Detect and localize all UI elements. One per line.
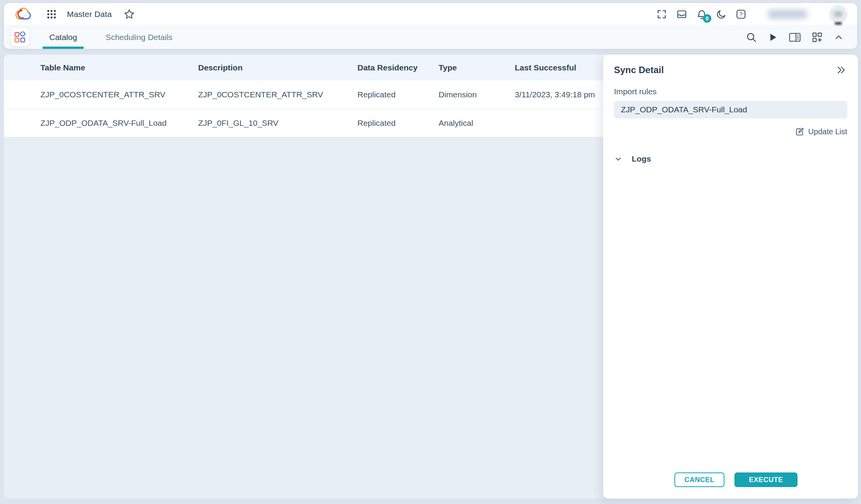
notifications-bell-icon[interactable]: 0	[696, 8, 707, 20]
tab-bar: Catalog Scheduling Details	[48, 25, 173, 49]
cell-description: ZJP_0FI_GL_10_SRV	[198, 118, 357, 128]
avatar-initials-blurred	[834, 11, 843, 17]
tab-scheduling-details[interactable]: Scheduling Details	[105, 25, 173, 49]
add-widget-icon[interactable]	[812, 32, 823, 43]
side-panel-icon[interactable]	[789, 32, 801, 43]
panel-title: Sync Detail	[614, 65, 664, 75]
notification-count-badge: 0	[703, 14, 711, 23]
collapse-up-icon[interactable]	[833, 32, 844, 43]
page-title: Master Data	[67, 10, 112, 19]
chevron-down-icon	[614, 155, 622, 163]
cell-type: Analytical	[439, 118, 515, 128]
import-rules-value: ZJP_ODP_ODATA_SRV-Full_Load	[621, 105, 747, 114]
header-card: Master Data	[4, 3, 857, 48]
sync-detail-panel: Sync Detail Import rules ZJP_ODP_ODATA_S…	[603, 55, 858, 499]
cloud-logo-icon[interactable]	[15, 6, 34, 22]
column-header-data-residency[interactable]: Data Residency	[357, 63, 439, 72]
favorite-star-icon[interactable]	[123, 8, 135, 20]
app-tile-icon[interactable]	[11, 28, 29, 47]
cell-table-name: ZJP_0COSTCENTER_ATTR_SRV	[40, 90, 198, 99]
master-data-app: Master Data	[0, 0, 861, 504]
column-header-description[interactable]: Description	[198, 63, 357, 72]
top-header-bar: Master Data	[4, 3, 857, 25]
inbox-icon[interactable]	[676, 9, 687, 20]
fullscreen-icon[interactable]	[656, 9, 667, 20]
cell-description: ZJP_0COSTCENTER_ATTR_SRV	[198, 90, 357, 99]
import-rules-label: Import rules	[614, 87, 847, 96]
header-actions: 0 ?	[656, 5, 847, 23]
dark-mode-moon-icon[interactable]	[716, 9, 727, 20]
toolbar: Catalog Scheduling Details	[4, 25, 857, 49]
toolbar-actions	[746, 32, 844, 43]
update-list-link[interactable]: Update List	[614, 127, 847, 137]
cell-type: Dimension	[439, 90, 515, 99]
help-icon[interactable]: ?	[736, 9, 746, 20]
edit-icon	[795, 127, 804, 137]
logs-label: Logs	[632, 154, 651, 164]
cell-data-residency: Replicated	[357, 90, 439, 99]
app-grid-icon[interactable]	[47, 10, 56, 19]
cell-data-residency: Replicated	[357, 118, 439, 128]
logs-section-toggle[interactable]: Logs	[614, 154, 847, 164]
collapse-double-chevron-right-icon[interactable]	[836, 65, 847, 75]
search-icon[interactable]	[746, 32, 757, 43]
run-play-icon[interactable]	[768, 32, 778, 43]
panel-footer: CANCEL EXECUTE	[609, 472, 861, 487]
avatar-menu-chevron	[835, 22, 842, 25]
tab-catalog[interactable]: Catalog	[48, 25, 78, 49]
avatar[interactable]	[829, 5, 847, 23]
update-list-label: Update List	[808, 127, 847, 136]
import-rules-input[interactable]: ZJP_ODP_ODATA_SRV-Full_Load	[614, 101, 847, 118]
cell-table-name: ZJP_ODP_ODATA_SRV-Full_Load	[40, 118, 198, 128]
svg-text:?: ?	[739, 11, 743, 17]
tenant-name-blurred[interactable]	[768, 10, 807, 18]
column-header-table-name[interactable]: Table Name	[40, 63, 198, 72]
execute-button[interactable]: EXECUTE	[734, 472, 798, 487]
column-header-type[interactable]: Type	[439, 63, 515, 72]
cancel-button[interactable]: CANCEL	[674, 472, 724, 487]
